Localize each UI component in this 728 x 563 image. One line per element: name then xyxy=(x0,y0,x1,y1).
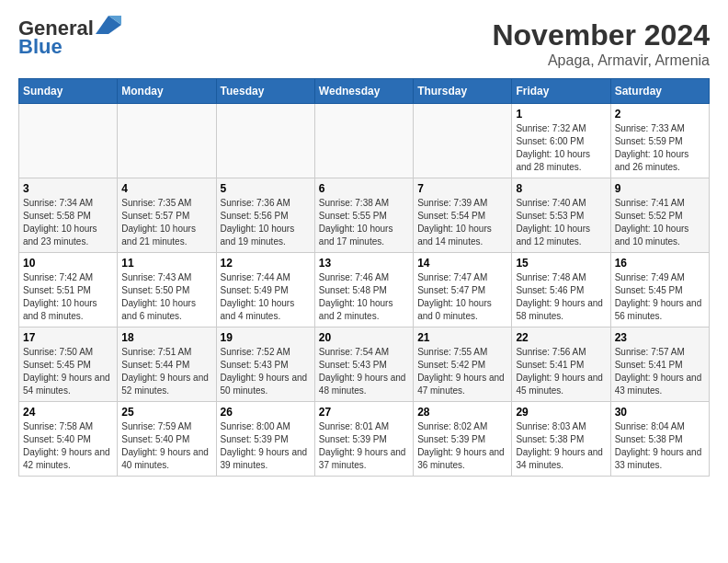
calendar-day-cell: 30Sunrise: 8:04 AM Sunset: 5:38 PM Dayli… xyxy=(610,402,709,477)
day-number: 20 xyxy=(319,331,409,344)
day-number: 8 xyxy=(516,182,606,195)
day-number: 16 xyxy=(615,257,705,270)
calendar-weekday-header: Thursday xyxy=(414,79,512,104)
calendar-week-row: 17Sunrise: 7:50 AM Sunset: 5:45 PM Dayli… xyxy=(19,327,710,402)
calendar-day-cell: 24Sunrise: 7:58 AM Sunset: 5:40 PM Dayli… xyxy=(19,402,118,477)
calendar-day-cell xyxy=(118,104,216,178)
day-info: Sunrise: 7:46 AM Sunset: 5:48 PM Dayligh… xyxy=(319,271,409,323)
title-block: November 2024 Apaga, Armavir, Armenia xyxy=(492,18,710,69)
day-number: 4 xyxy=(121,182,211,195)
calendar-day-cell: 29Sunrise: 8:03 AM Sunset: 5:38 PM Dayli… xyxy=(512,402,610,477)
calendar-day-cell: 19Sunrise: 7:52 AM Sunset: 5:43 PM Dayli… xyxy=(216,327,314,402)
calendar-day-cell: 28Sunrise: 8:02 AM Sunset: 5:39 PM Dayli… xyxy=(414,402,512,477)
logo-icon xyxy=(96,16,121,34)
calendar-day-cell: 1Sunrise: 7:32 AM Sunset: 6:00 PM Daylig… xyxy=(512,104,610,178)
calendar-week-row: 24Sunrise: 7:58 AM Sunset: 5:40 PM Dayli… xyxy=(19,402,710,477)
day-number: 17 xyxy=(23,331,113,344)
calendar-day-cell: 4Sunrise: 7:35 AM Sunset: 5:57 PM Daylig… xyxy=(118,178,216,253)
day-number: 6 xyxy=(319,182,409,195)
calendar-day-cell xyxy=(414,104,512,178)
day-info: Sunrise: 7:54 AM Sunset: 5:43 PM Dayligh… xyxy=(319,346,409,397)
calendar-weekday-header: Tuesday xyxy=(216,79,314,104)
calendar-day-cell xyxy=(314,104,413,178)
calendar-day-cell: 13Sunrise: 7:46 AM Sunset: 5:48 PM Dayli… xyxy=(314,253,413,327)
day-info: Sunrise: 8:04 AM Sunset: 5:38 PM Dayligh… xyxy=(615,420,705,472)
day-info: Sunrise: 7:44 AM Sunset: 5:49 PM Dayligh… xyxy=(221,271,311,323)
day-info: Sunrise: 7:35 AM Sunset: 5:57 PM Dayligh… xyxy=(121,197,211,248)
day-number: 19 xyxy=(221,331,311,344)
day-number: 5 xyxy=(221,182,311,195)
calendar-day-cell: 14Sunrise: 7:47 AM Sunset: 5:47 PM Dayli… xyxy=(414,253,512,327)
day-number: 15 xyxy=(516,257,606,270)
calendar-day-cell: 23Sunrise: 7:57 AM Sunset: 5:41 PM Dayli… xyxy=(610,327,709,402)
calendar-week-row: 1Sunrise: 7:32 AM Sunset: 6:00 PM Daylig… xyxy=(19,104,710,178)
page-header: General Blue November 2024 Apaga, Armavi… xyxy=(18,18,710,69)
day-number: 14 xyxy=(417,257,507,270)
day-number: 25 xyxy=(121,406,211,419)
day-number: 24 xyxy=(23,406,113,419)
day-info: Sunrise: 7:57 AM Sunset: 5:41 PM Dayligh… xyxy=(615,346,705,397)
calendar-day-cell: 11Sunrise: 7:43 AM Sunset: 5:50 PM Dayli… xyxy=(118,253,216,327)
calendar-table: SundayMondayTuesdayWednesdayThursdayFrid… xyxy=(18,78,710,477)
day-info: Sunrise: 7:51 AM Sunset: 5:44 PM Dayligh… xyxy=(121,346,211,397)
day-number: 26 xyxy=(221,406,311,419)
day-number: 3 xyxy=(23,182,113,195)
calendar-weekday-header: Saturday xyxy=(610,79,709,104)
day-info: Sunrise: 7:50 AM Sunset: 5:45 PM Dayligh… xyxy=(23,346,113,397)
calendar-day-cell: 20Sunrise: 7:54 AM Sunset: 5:43 PM Dayli… xyxy=(314,327,413,402)
day-info: Sunrise: 7:41 AM Sunset: 5:52 PM Dayligh… xyxy=(615,197,705,248)
day-info: Sunrise: 8:01 AM Sunset: 5:39 PM Dayligh… xyxy=(319,420,409,472)
calendar-day-cell: 7Sunrise: 7:39 AM Sunset: 5:54 PM Daylig… xyxy=(414,178,512,253)
day-info: Sunrise: 7:40 AM Sunset: 5:53 PM Dayligh… xyxy=(516,197,606,248)
day-number: 29 xyxy=(516,406,606,419)
day-info: Sunrise: 8:00 AM Sunset: 5:39 PM Dayligh… xyxy=(221,420,311,472)
day-info: Sunrise: 8:03 AM Sunset: 5:38 PM Dayligh… xyxy=(516,420,606,472)
day-number: 27 xyxy=(319,406,409,419)
calendar-day-cell: 5Sunrise: 7:36 AM Sunset: 5:56 PM Daylig… xyxy=(216,178,314,253)
calendar-day-cell xyxy=(19,104,118,178)
calendar-day-cell: 16Sunrise: 7:49 AM Sunset: 5:45 PM Dayli… xyxy=(610,253,709,327)
calendar-day-cell: 21Sunrise: 7:55 AM Sunset: 5:42 PM Dayli… xyxy=(414,327,512,402)
day-info: Sunrise: 7:32 AM Sunset: 6:00 PM Dayligh… xyxy=(516,122,606,174)
day-number: 10 xyxy=(23,257,113,270)
calendar-day-cell: 3Sunrise: 7:34 AM Sunset: 5:58 PM Daylig… xyxy=(19,178,118,253)
day-number: 18 xyxy=(121,331,211,344)
calendar-header-row: SundayMondayTuesdayWednesdayThursdayFrid… xyxy=(19,79,710,104)
day-number: 9 xyxy=(615,182,705,195)
day-info: Sunrise: 7:56 AM Sunset: 5:41 PM Dayligh… xyxy=(516,346,606,397)
calendar-day-cell: 9Sunrise: 7:41 AM Sunset: 5:52 PM Daylig… xyxy=(610,178,709,253)
day-number: 12 xyxy=(221,257,311,270)
day-info: Sunrise: 7:33 AM Sunset: 5:59 PM Dayligh… xyxy=(615,122,705,174)
calendar-day-cell: 18Sunrise: 7:51 AM Sunset: 5:44 PM Dayli… xyxy=(118,327,216,402)
day-info: Sunrise: 7:49 AM Sunset: 5:45 PM Dayligh… xyxy=(615,271,705,323)
day-number: 23 xyxy=(615,331,705,344)
day-info: Sunrise: 7:58 AM Sunset: 5:40 PM Dayligh… xyxy=(23,420,113,472)
day-number: 1 xyxy=(516,108,606,121)
day-info: Sunrise: 7:55 AM Sunset: 5:42 PM Dayligh… xyxy=(417,346,507,397)
calendar-day-cell: 6Sunrise: 7:38 AM Sunset: 5:55 PM Daylig… xyxy=(314,178,413,253)
day-info: Sunrise: 7:43 AM Sunset: 5:50 PM Dayligh… xyxy=(121,271,211,323)
calendar-week-row: 3Sunrise: 7:34 AM Sunset: 5:58 PM Daylig… xyxy=(19,178,710,253)
calendar-weekday-header: Monday xyxy=(118,79,216,104)
day-number: 22 xyxy=(516,331,606,344)
calendar-day-cell: 17Sunrise: 7:50 AM Sunset: 5:45 PM Dayli… xyxy=(19,327,118,402)
calendar-weekday-header: Wednesday xyxy=(314,79,413,104)
calendar-day-cell xyxy=(216,104,314,178)
calendar-day-cell: 27Sunrise: 8:01 AM Sunset: 5:39 PM Dayli… xyxy=(314,402,413,477)
day-info: Sunrise: 7:59 AM Sunset: 5:40 PM Dayligh… xyxy=(121,420,211,472)
calendar-day-cell: 26Sunrise: 8:00 AM Sunset: 5:39 PM Dayli… xyxy=(216,402,314,477)
calendar-day-cell: 2Sunrise: 7:33 AM Sunset: 5:59 PM Daylig… xyxy=(610,104,709,178)
day-info: Sunrise: 7:52 AM Sunset: 5:43 PM Dayligh… xyxy=(221,346,311,397)
day-number: 11 xyxy=(121,257,211,270)
day-info: Sunrise: 7:47 AM Sunset: 5:47 PM Dayligh… xyxy=(417,271,507,323)
day-info: Sunrise: 7:34 AM Sunset: 5:58 PM Dayligh… xyxy=(23,197,113,248)
day-number: 13 xyxy=(319,257,409,270)
day-info: Sunrise: 7:42 AM Sunset: 5:51 PM Dayligh… xyxy=(23,271,113,323)
day-number: 28 xyxy=(417,406,507,419)
calendar-week-row: 10Sunrise: 7:42 AM Sunset: 5:51 PM Dayli… xyxy=(19,253,710,327)
calendar-weekday-header: Friday xyxy=(512,79,610,104)
day-number: 2 xyxy=(615,108,705,121)
calendar-day-cell: 22Sunrise: 7:56 AM Sunset: 5:41 PM Dayli… xyxy=(512,327,610,402)
day-info: Sunrise: 7:39 AM Sunset: 5:54 PM Dayligh… xyxy=(417,197,507,248)
day-info: Sunrise: 8:02 AM Sunset: 5:39 PM Dayligh… xyxy=(417,420,507,472)
